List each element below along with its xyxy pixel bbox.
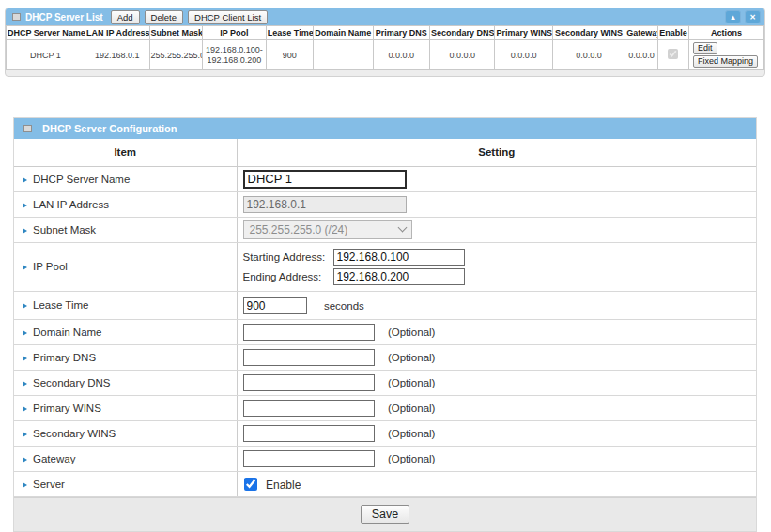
dhcp-server-name-input[interactable] <box>243 170 407 189</box>
bullet-arrow-icon <box>23 203 27 208</box>
server-enable-checkbox[interactable] <box>244 478 257 491</box>
col-enable: Enable <box>657 26 688 40</box>
lease-time-input[interactable] <box>243 297 307 314</box>
bullet-arrow-icon <box>23 228 27 234</box>
secondary-dns-input[interactable] <box>243 374 375 391</box>
dhcp-client-list-button[interactable]: DHCP Client List <box>188 10 268 24</box>
row-dhcp-server-name: DHCP Server Name <box>14 166 756 191</box>
subnet-mask-label-cell: Subnet Mask <box>14 217 237 242</box>
row-primary-wins: Primary WINS (Optional) <box>14 395 756 420</box>
row-subnet-mask: Subnet Mask 255.255.255.0 (/24) <box>14 217 756 242</box>
panel-box-icon <box>12 13 21 21</box>
subnet-mask-label: Subnet Mask <box>33 224 96 236</box>
cell-enable <box>657 40 688 70</box>
col-secondary-wins: Secondary WINS <box>552 26 625 40</box>
config-footer: Save <box>14 497 756 531</box>
bullet-arrow-icon <box>23 482 27 488</box>
col-gateway: Gateway <box>625 26 658 40</box>
domain-name-label: Domain Name <box>33 327 102 338</box>
col-lan-ip-address: LAN IP Address <box>85 26 149 40</box>
row-lan-ip-address: LAN IP Address <box>14 191 756 217</box>
close-panel-icon[interactable]: ✕ <box>745 10 761 23</box>
cell-lease-time: 900 <box>266 40 313 70</box>
col-actions: Actions <box>689 26 764 40</box>
setting-header: Setting <box>237 139 756 166</box>
row-secondary-wins: Secondary WINS (Optional) <box>14 420 756 446</box>
item-header: Item <box>14 139 237 166</box>
gateway-optional-note: (Optional) <box>388 453 436 464</box>
primary-wins-optional-note: (Optional) <box>388 403 436 414</box>
col-subnet-mask: Subnet Mask <box>149 26 202 40</box>
primary-wins-setting-cell: (Optional) <box>237 395 756 420</box>
primary-wins-label: Primary WINS <box>33 403 101 414</box>
primary-wins-input[interactable] <box>243 400 375 417</box>
primary-wins-label-cell: Primary WINS <box>14 395 237 420</box>
bullet-arrow-icon <box>23 406 27 412</box>
add-button[interactable]: Add <box>111 10 140 24</box>
edit-button[interactable]: Edit <box>693 42 717 54</box>
col-primary-wins: Primary WINS <box>495 26 552 40</box>
ip-pool-label-cell: IP Pool <box>14 242 237 291</box>
secondary-dns-label: Secondary DNS <box>33 377 110 388</box>
dhcp-server-list-title: DHCP Server List <box>25 12 103 23</box>
cell-server-name: DHCP 1 <box>7 40 85 70</box>
dhcp-server-name-setting-cell <box>237 166 756 191</box>
row-secondary-dns: Secondary DNS (Optional) <box>14 370 756 395</box>
col-secondary-dns: Secondary DNS <box>430 26 495 40</box>
server-label: Server <box>33 479 65 490</box>
ip-pool-setting-cell: Starting Address: Ending Address: <box>237 242 756 291</box>
gateway-label: Gateway <box>33 453 75 464</box>
secondary-dns-label-cell: Secondary DNS <box>14 370 237 395</box>
bullet-arrow-icon <box>23 177 27 183</box>
row-enable-checkbox <box>668 49 678 59</box>
bullet-arrow-icon <box>23 303 27 309</box>
row-gateway: Gateway (Optional) <box>14 446 756 471</box>
secondary-dns-setting-cell: (Optional) <box>237 370 756 395</box>
save-button[interactable]: Save <box>361 505 410 524</box>
bullet-arrow-icon <box>23 356 27 361</box>
lan-ip-input <box>243 196 407 213</box>
primary-dns-input[interactable] <box>243 349 375 366</box>
primary-dns-label: Primary DNS <box>33 352 96 363</box>
ending-address-label: Ending Address: <box>243 271 333 282</box>
fixed-mapping-button[interactable]: Fixed Mapping <box>693 55 758 68</box>
ending-address-input[interactable] <box>333 268 465 285</box>
dhcp-server-list-panel: DHCP Server List Add Delete DHCP Client … <box>5 8 765 77</box>
cell-secondary-wins: 0.0.0.0 <box>552 40 625 70</box>
list-header-row: DHCP Server Name LAN IP Address Subnet M… <box>7 26 764 40</box>
collapse-panel-icon[interactable]: ▴ <box>725 10 741 23</box>
domain-name-optional-note: (Optional) <box>388 327 436 338</box>
gateway-setting-cell: (Optional) <box>237 446 756 471</box>
ip-pool-start: 192.168.0.100- <box>204 45 265 55</box>
lan-ip-label-cell: LAN IP Address <box>14 191 237 217</box>
dhcp-server-list-table: DHCP Server Name LAN IP Address Subnet M… <box>6 25 764 70</box>
dhcp-server-name-label: DHCP Server Name <box>33 174 130 185</box>
cell-gateway: 0.0.0.0 <box>625 40 658 70</box>
cell-subnet-mask: 255.255.255.0 <box>149 40 202 70</box>
gateway-label-cell: Gateway <box>14 446 237 471</box>
row-ip-pool: IP Pool Starting Address: Ending Address… <box>14 242 756 291</box>
cell-lan-ip: 192.168.0.1 <box>85 40 149 70</box>
delete-button[interactable]: Delete <box>145 10 183 24</box>
chevron-down-icon <box>397 223 407 233</box>
starting-address-input[interactable] <box>333 249 465 266</box>
secondary-wins-label-cell: Secondary WINS <box>14 420 237 446</box>
lease-time-label: Lease Time <box>33 299 88 311</box>
col-domain-name: Domain Name <box>313 26 373 40</box>
domain-name-setting-cell: (Optional) <box>237 319 756 344</box>
lease-time-unit: seconds <box>324 300 364 312</box>
ip-pool-label: IP Pool <box>33 261 68 272</box>
dhcp-server-list-header: DHCP Server List Add Delete DHCP Client … <box>6 8 764 25</box>
bullet-arrow-icon <box>23 330 27 336</box>
dhcp-server-configuration-table: Item Setting DHCP Server Name LAN IP Add… <box>14 139 756 497</box>
config-header-row: Item Setting <box>14 139 756 166</box>
domain-name-input[interactable] <box>243 324 375 341</box>
col-dhcp-server-name: DHCP Server Name <box>7 26 85 40</box>
secondary-wins-input[interactable] <box>243 425 375 442</box>
row-lease-time: Lease Time seconds <box>14 291 756 319</box>
bullet-arrow-icon <box>23 381 27 387</box>
gateway-input[interactable] <box>243 450 375 467</box>
primary-dns-label-cell: Primary DNS <box>14 344 237 370</box>
primary-dns-optional-note: (Optional) <box>388 352 436 363</box>
dhcp-server-configuration-title: DHCP Server Configuration <box>42 123 177 134</box>
